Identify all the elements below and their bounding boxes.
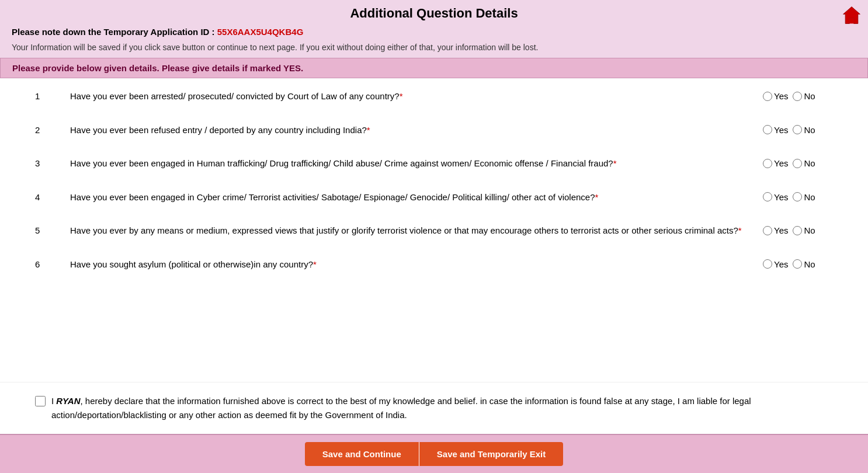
question-number-2: 2: [35, 124, 70, 135]
question-row-4: 4 Have you ever been engaged in Cyber cr…: [35, 191, 833, 210]
question-row-3: 3 Have you ever been engaged in Human tr…: [35, 157, 833, 176]
no-label-6: No: [804, 259, 815, 269]
yes-label-6: Yes: [774, 259, 788, 269]
notice-bar: Please provide below given details. Plea…: [0, 58, 868, 78]
page-title: Additional Question Details: [12, 6, 856, 21]
temp-id-label: Please note down the Temporary Applicati…: [12, 27, 215, 37]
yes-label-5: Yes: [774, 225, 788, 235]
question-number-5: 5: [35, 224, 70, 235]
question-row-1: 1 Have you ever been arrested/ prosecute…: [35, 90, 833, 109]
radio-yes-input-5[interactable]: [763, 226, 772, 235]
required-marker-4: *: [595, 192, 599, 202]
question-row-5: 5 Have you ever by any means or medium, …: [35, 224, 833, 244]
radio-no-input-4[interactable]: [793, 192, 802, 201]
radio-yes-1[interactable]: Yes: [763, 91, 788, 101]
radio-yes-input-6[interactable]: [763, 259, 772, 269]
yes-label-1: Yes: [774, 91, 788, 101]
question-text-6: Have you sought asylum (political or oth…: [70, 258, 763, 272]
question-number-6: 6: [35, 258, 70, 269]
declaration-row: I RYAN, hereby declare that the informat…: [35, 394, 833, 422]
yes-label-3: Yes: [774, 158, 788, 168]
question-text-5: Have you ever by any means or medium, ex…: [70, 224, 763, 238]
radio-group-2: Yes No: [763, 124, 833, 135]
no-label-2: No: [804, 125, 815, 135]
radio-no-5[interactable]: No: [793, 225, 815, 235]
required-marker-6: *: [313, 259, 317, 269]
question-row-2: 2 Have you ever been refused entry / dep…: [35, 124, 833, 143]
radio-group-4: Yes No: [763, 191, 833, 202]
radio-no-4[interactable]: No: [793, 192, 815, 202]
svg-rect-1: [849, 18, 853, 23]
content-area: 1 Have you ever been arrested/ prosecute…: [0, 78, 868, 382]
required-marker-1: *: [400, 91, 403, 101]
declaration-section: I RYAN, hereby declare that the informat…: [0, 382, 868, 434]
radio-no-3[interactable]: No: [793, 158, 815, 168]
radio-yes-input-2[interactable]: [763, 125, 772, 134]
page-wrapper: Additional Question Details Please note …: [0, 0, 868, 473]
radio-no-input-2[interactable]: [793, 125, 802, 134]
radio-yes-input-4[interactable]: [763, 192, 772, 201]
temp-id-row: Please note down the Temporary Applicati…: [0, 24, 868, 40]
question-text-2: Have you ever been refused entry / depor…: [70, 124, 763, 137]
question-number-1: 1: [35, 90, 70, 101]
home-icon-container[interactable]: [841, 5, 862, 27]
radio-yes-3[interactable]: Yes: [763, 158, 788, 168]
no-label-1: No: [804, 91, 815, 101]
save-continue-button[interactable]: Save and Continue: [305, 442, 419, 466]
radio-yes-input-1[interactable]: [763, 92, 772, 101]
declaration-text: I RYAN, hereby declare that the informat…: [51, 394, 833, 422]
no-label-4: No: [804, 192, 815, 202]
radio-yes-5[interactable]: Yes: [763, 225, 788, 235]
footer-buttons: Save and Continue Save and Temporarily E…: [0, 434, 868, 473]
temp-id-value: 55X6AAX5U4QKB4G: [217, 27, 304, 37]
radio-no-input-6[interactable]: [793, 259, 802, 269]
question-number-3: 3: [35, 157, 70, 168]
question-text-3: Have you ever been engaged in Human traf…: [70, 157, 763, 171]
radio-yes-4[interactable]: Yes: [763, 192, 788, 202]
required-marker-3: *: [613, 158, 617, 168]
yes-label-4: Yes: [774, 192, 788, 202]
header: Additional Question Details: [0, 0, 868, 24]
save-exit-button[interactable]: Save and Temporarily Exit: [419, 442, 563, 466]
radio-no-2[interactable]: No: [793, 125, 815, 135]
declaration-user-name: RYAN: [56, 396, 80, 406]
info-text: Your Information will be saved if you cl…: [0, 40, 868, 58]
radio-no-input-1[interactable]: [793, 92, 802, 101]
yes-label-2: Yes: [774, 125, 788, 135]
radio-yes-6[interactable]: Yes: [763, 259, 788, 269]
question-row-6: 6 Have you sought asylum (political or o…: [35, 258, 833, 277]
radio-no-1[interactable]: No: [793, 91, 815, 101]
radio-group-5: Yes No: [763, 224, 833, 235]
no-label-3: No: [804, 158, 815, 168]
required-marker-5: *: [738, 225, 742, 235]
radio-group-3: Yes No: [763, 157, 833, 168]
no-label-5: No: [804, 225, 815, 235]
radio-group-1: Yes No: [763, 90, 833, 101]
radio-yes-input-3[interactable]: [763, 159, 772, 168]
question-number-4: 4: [35, 191, 70, 202]
radio-no-input-5[interactable]: [793, 226, 802, 235]
radio-no-6[interactable]: No: [793, 259, 815, 269]
required-marker-2: *: [367, 125, 370, 135]
question-text-1: Have you ever been arrested/ prosecuted/…: [70, 90, 763, 103]
radio-group-6: Yes No: [763, 258, 833, 269]
home-icon[interactable]: [841, 5, 862, 26]
question-text-4: Have you ever been engaged in Cyber crim…: [70, 191, 763, 204]
radio-no-input-3[interactable]: [793, 159, 802, 168]
radio-yes-2[interactable]: Yes: [763, 125, 788, 135]
declaration-checkbox[interactable]: [35, 396, 46, 406]
declaration-text-after: , hereby declare that the information fu…: [51, 396, 751, 420]
